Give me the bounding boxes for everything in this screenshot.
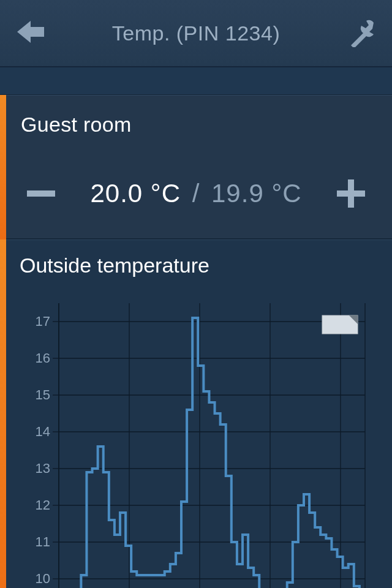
tab-bar — [0, 67, 392, 95]
back-button[interactable] — [0, 0, 61, 66]
svg-text:10: 10 — [36, 571, 50, 586]
increase-temp-button[interactable] — [331, 173, 371, 214]
chart-card: Outside temperature 1011121314151617 — [0, 239, 392, 588]
app-header: Temp. (PIN 1234) — [0, 0, 392, 67]
plus-icon-v — [348, 179, 354, 208]
minus-icon — [27, 190, 55, 197]
svg-text:15: 15 — [36, 387, 50, 402]
room-card-wrap: Guest room 20.0 °C / 19.9 °C — [0, 95, 392, 239]
outside-temp-chart[interactable]: 1011121314151617 — [16, 297, 377, 588]
svg-text:12: 12 — [36, 497, 50, 513]
back-arrow-icon — [13, 17, 48, 49]
room-title: Guest room — [21, 113, 371, 137]
decrease-temp-button[interactable] — [21, 173, 61, 214]
current-temperature: 19.9 °C — [211, 179, 302, 208]
svg-text:16: 16 — [36, 350, 50, 366]
wrench-icon — [346, 17, 377, 50]
temperature-stepper: 20.0 °C / 19.9 °C — [21, 173, 371, 214]
svg-text:14: 14 — [36, 424, 50, 439]
chart-card-wrap: Outside temperature 1011121314151617 — [0, 239, 392, 588]
page-title: Temp. (PIN 1234) — [112, 21, 280, 45]
svg-text:17: 17 — [36, 314, 50, 329]
chart-title: Outside temperature — [16, 254, 380, 277]
settings-button[interactable] — [331, 0, 392, 66]
temperature-separator: / — [192, 179, 200, 208]
room-card: Guest room 20.0 °C / 19.9 °C — [0, 95, 392, 239]
svg-text:13: 13 — [36, 461, 50, 476]
temperature-readout: 20.0 °C / 19.9 °C — [90, 179, 301, 208]
svg-text:11: 11 — [36, 534, 50, 549]
set-temperature: 20.0 °C — [90, 179, 181, 208]
chart-legend-toggle[interactable] — [322, 315, 358, 334]
